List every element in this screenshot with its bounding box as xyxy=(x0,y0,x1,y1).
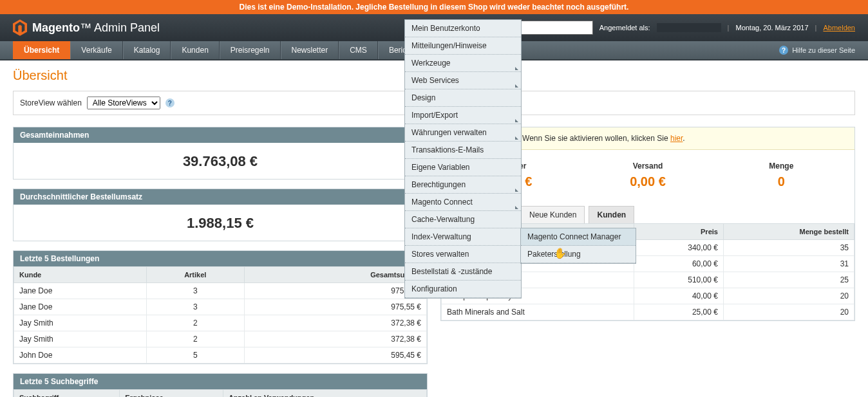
logo-text: Magento™ Admin Panel xyxy=(32,21,160,35)
logout-link[interactable]: Abmelden xyxy=(823,24,855,32)
avg-box: Durchschnittlicher Bestellumsatz 1.988,1… xyxy=(13,189,428,241)
metric: Menge0 xyxy=(715,162,848,189)
system-menu-item[interactable]: Mitteilungen/Hinweise xyxy=(405,37,521,55)
system-menu-item[interactable]: Cache-Verwaltung xyxy=(405,211,521,228)
system-menu-item[interactable]: Design xyxy=(405,89,521,107)
magento-connect-submenu: Magento Connect ManagerPaketerstellung xyxy=(520,228,636,264)
system-menu-item[interactable]: Transaktions-E-Mails xyxy=(405,142,521,159)
nav-item-preisregeln[interactable]: Preisregeln xyxy=(220,41,281,59)
avg-title: Durchschnittlicher Bestellumsatz xyxy=(14,189,427,205)
nav-item-newsletter[interactable]: Newsletter xyxy=(281,41,339,59)
revenue-value: 39.763,08 € xyxy=(14,143,427,179)
table-row[interactable]: John Doe5595,45 € xyxy=(14,347,427,364)
system-menu-item[interactable]: Web Services xyxy=(405,72,521,89)
store-view-label: StoreView wählen xyxy=(20,98,82,107)
magento-icon xyxy=(13,19,27,36)
revenue-box: Gesamteinnahmen 39.763,08 € xyxy=(13,127,428,180)
system-menu-item[interactable]: Stores verwalten xyxy=(405,246,521,263)
tab[interactable]: Neue Kunden xyxy=(521,206,585,223)
system-menu-item[interactable]: Index-Verwaltung xyxy=(405,228,521,246)
system-menu-item[interactable]: Bestellstati & -zustände xyxy=(405,263,521,281)
avg-value: 1.988,15 € xyxy=(14,205,427,241)
table-row[interactable]: Jay Smith2372,38 € xyxy=(14,331,427,347)
searches-table: SuchbegriffErgebnisseAnzahl an Verwendun… xyxy=(14,389,427,397)
table-row[interactable]: Jay Smith2372,38 € xyxy=(14,315,427,331)
nav-item-verkäufe[interactable]: Verkäufe xyxy=(70,41,122,59)
metric: Versand0,00 € xyxy=(581,162,714,189)
system-menu-item[interactable]: Berechtigungen xyxy=(405,176,521,194)
user-name-redacted xyxy=(657,23,721,32)
submenu-item[interactable]: Paketerstellung xyxy=(521,246,636,263)
orders-title: Letzte 5 Bestellungen xyxy=(14,251,427,266)
system-menu-item[interactable]: Magento Connect xyxy=(405,194,521,211)
nav-item-kunden[interactable]: Kunden xyxy=(171,41,219,59)
system-dropdown: Mein BenutzerkontoMitteilungen/HinweiseW… xyxy=(404,19,522,299)
store-view-select[interactable]: Alle StoreViews xyxy=(87,97,160,109)
table-row[interactable]: Jane Doe3975,55 € xyxy=(14,299,427,315)
system-menu-item[interactable]: Währungen verwalten xyxy=(405,124,521,142)
help-link[interactable]: ? Hilfe zu dieser Seite xyxy=(779,41,855,59)
demo-banner: Dies ist eine Demo-Installation. Jeglich… xyxy=(0,0,868,14)
system-menu-item[interactable]: Konfiguration xyxy=(405,281,521,298)
system-menu-item[interactable]: Import/Export xyxy=(405,107,521,124)
logo[interactable]: Magento™ Admin Panel xyxy=(13,19,160,36)
tab[interactable]: Kunden xyxy=(589,206,634,223)
table-row[interactable]: Jane Doe3975,55 € xyxy=(14,283,427,299)
searches-title: Letzte 5 Suchbegriffe xyxy=(14,374,427,389)
nav-item-cms[interactable]: CMS xyxy=(339,41,378,59)
help-icon: ? xyxy=(779,46,788,55)
system-menu-item[interactable]: Mein Benutzerkonto xyxy=(405,20,521,37)
date: Montag, 20. März 2017 xyxy=(735,24,808,32)
nav-item-übersicht[interactable]: Übersicht xyxy=(13,41,70,59)
system-menu-item[interactable]: Eigene Variablen xyxy=(405,159,521,176)
nav-item-katalog[interactable]: Katalog xyxy=(123,41,171,59)
revenue-title: Gesamteinnahmen xyxy=(14,127,427,143)
submenu-item[interactable]: Magento Connect Manager xyxy=(521,228,636,246)
info-icon[interactable]: ? xyxy=(165,98,175,107)
searches-box: Letzte 5 Suchbegriffe SuchbegriffErgebni… xyxy=(13,373,428,397)
orders-box: Letzte 5 Bestellungen KundeArtikelGesamt… xyxy=(13,250,428,364)
orders-table: KundeArtikelGesamtsummeJane Doe3975,55 €… xyxy=(14,266,427,364)
enable-chart-link[interactable]: hier xyxy=(670,134,683,143)
system-menu-item[interactable]: Werkzeuge xyxy=(405,55,521,72)
logged-in-label: Angemeldet als: xyxy=(599,24,650,32)
table-row[interactable]: Bath Minerals and Salt25,00 €20 xyxy=(442,304,854,320)
